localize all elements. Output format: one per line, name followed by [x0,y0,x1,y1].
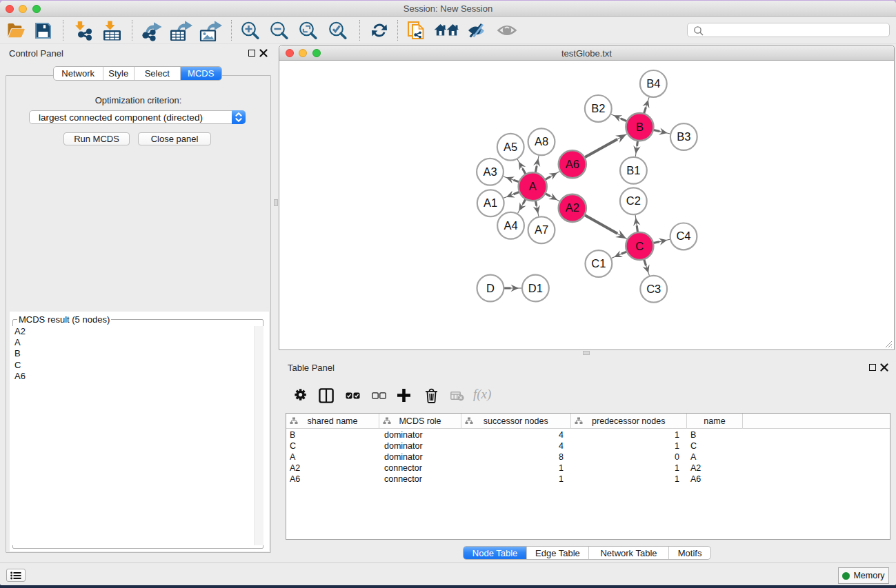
svg-text:B1: B1 [626,164,640,176]
svg-text:A8: A8 [535,135,548,148]
svg-text:A2: A2 [566,201,579,214]
svg-text:A6: A6 [566,158,579,170]
svg-text:A4: A4 [504,219,517,232]
svg-text:C: C [635,240,644,252]
svg-text:A3: A3 [483,165,497,178]
svg-text:C4: C4 [676,230,690,242]
svg-text:C2: C2 [626,194,641,207]
svg-text:C3: C3 [646,283,661,295]
svg-text:D1: D1 [528,282,543,294]
svg-text:A5: A5 [504,141,517,153]
svg-text:A1: A1 [484,196,497,209]
svg-text:A7: A7 [535,223,548,236]
svg-text:C1: C1 [591,257,606,270]
svg-text:B4: B4 [646,77,660,90]
svg-text:A: A [529,180,537,192]
svg-text:B3: B3 [677,130,690,143]
svg-text:D: D [486,282,495,294]
svg-text:B2: B2 [591,102,605,114]
svg-text:B: B [636,121,644,133]
